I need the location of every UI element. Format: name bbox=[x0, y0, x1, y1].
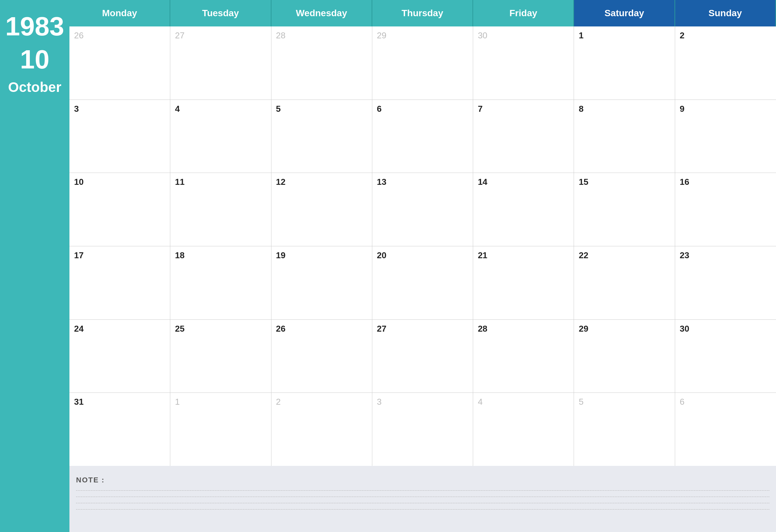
day-cell[interactable]: 16 bbox=[675, 173, 776, 246]
day-number: 30 bbox=[680, 324, 690, 334]
week-row-5: 24252627282930 bbox=[69, 320, 776, 393]
day-number: 1 bbox=[579, 30, 583, 40]
day-number: 8 bbox=[579, 104, 583, 114]
day-number: 29 bbox=[579, 324, 588, 334]
day-cell[interactable]: 3 bbox=[69, 100, 170, 173]
day-number: 10 bbox=[74, 177, 84, 187]
day-cell[interactable]: 5 bbox=[271, 100, 372, 173]
day-number: 1 bbox=[175, 397, 180, 407]
day-cell[interactable]: 28 bbox=[271, 26, 372, 100]
month-name-label: October bbox=[8, 79, 61, 95]
day-cell[interactable]: 21 bbox=[473, 246, 574, 319]
day-number: 28 bbox=[478, 324, 488, 334]
note-line-1 bbox=[76, 490, 769, 491]
month-number-label: 10 bbox=[20, 46, 50, 73]
day-cell[interactable]: 31 bbox=[69, 393, 170, 466]
day-number: 4 bbox=[478, 397, 482, 407]
day-cell[interactable]: 28 bbox=[473, 320, 574, 393]
day-number: 20 bbox=[377, 250, 387, 260]
day-cell[interactable]: 1 bbox=[574, 26, 675, 100]
day-cell[interactable]: 9 bbox=[675, 100, 776, 173]
day-cell[interactable]: 4 bbox=[473, 393, 574, 466]
day-number: 3 bbox=[74, 104, 79, 114]
day-cell[interactable]: 13 bbox=[372, 173, 473, 246]
day-number: 11 bbox=[175, 177, 185, 187]
day-number: 25 bbox=[175, 324, 185, 334]
day-number: 15 bbox=[579, 177, 588, 187]
day-cell[interactable]: 2 bbox=[271, 393, 372, 466]
day-number: 6 bbox=[680, 397, 685, 407]
day-cell[interactable]: 4 bbox=[170, 100, 271, 173]
day-cell[interactable]: 7 bbox=[473, 100, 574, 173]
day-cell[interactable]: 30 bbox=[675, 320, 776, 393]
day-cell[interactable]: 3 bbox=[372, 393, 473, 466]
day-number: 5 bbox=[579, 397, 583, 407]
day-cell[interactable]: 22 bbox=[574, 246, 675, 319]
day-number: 21 bbox=[478, 250, 488, 260]
year-label: 1983 bbox=[5, 13, 64, 40]
day-cell[interactable]: 20 bbox=[372, 246, 473, 319]
day-cell[interactable]: 29 bbox=[372, 26, 473, 100]
day-cell[interactable]: 27 bbox=[372, 320, 473, 393]
day-cell[interactable]: 5 bbox=[574, 393, 675, 466]
day-number: 26 bbox=[74, 30, 84, 40]
note-line-2 bbox=[76, 497, 769, 497]
day-number: 30 bbox=[478, 30, 488, 40]
day-number: 5 bbox=[276, 104, 281, 114]
day-number: 2 bbox=[276, 397, 281, 407]
day-cell[interactable]: 11 bbox=[170, 173, 271, 246]
day-cell[interactable]: 27 bbox=[170, 26, 271, 100]
day-cell[interactable]: 10 bbox=[69, 173, 170, 246]
day-cell[interactable]: 6 bbox=[372, 100, 473, 173]
day-cell[interactable]: 8 bbox=[574, 100, 675, 173]
week-row-6: 31123456 bbox=[69, 393, 776, 466]
day-cell[interactable]: 14 bbox=[473, 173, 574, 246]
day-number: 13 bbox=[377, 177, 387, 187]
day-cell[interactable]: 6 bbox=[675, 393, 776, 466]
day-cell[interactable]: 18 bbox=[170, 246, 271, 319]
day-cell[interactable]: 15 bbox=[574, 173, 675, 246]
header-wednesday: Wednesday bbox=[271, 0, 372, 26]
day-cell[interactable]: 24 bbox=[69, 320, 170, 393]
day-number: 24 bbox=[74, 324, 84, 334]
day-cell[interactable]: 26 bbox=[69, 26, 170, 100]
notes-section: NOTE : bbox=[69, 466, 776, 532]
week-row-1: 262728293012 bbox=[69, 26, 776, 100]
day-number: 7 bbox=[478, 104, 482, 114]
day-number: 18 bbox=[175, 250, 185, 260]
day-cell[interactable]: 1 bbox=[170, 393, 271, 466]
note-line-4 bbox=[76, 509, 769, 510]
calendar-weeks: 2627282930123456789101112131415161718192… bbox=[69, 26, 776, 466]
header-saturday: Saturday bbox=[574, 0, 675, 26]
day-cell[interactable]: 2 bbox=[675, 26, 776, 100]
day-cell[interactable]: 25 bbox=[170, 320, 271, 393]
day-number: 6 bbox=[377, 104, 382, 114]
day-number: 29 bbox=[377, 30, 387, 40]
day-number: 19 bbox=[276, 250, 286, 260]
week-row-4: 17181920212223 bbox=[69, 246, 776, 320]
day-headers-row: Monday Tuesday Wednesday Thursday Friday… bbox=[69, 0, 776, 26]
day-cell[interactable]: 29 bbox=[574, 320, 675, 393]
day-number: 16 bbox=[680, 177, 690, 187]
day-number: 22 bbox=[579, 250, 588, 260]
day-number: 3 bbox=[377, 397, 382, 407]
day-cell[interactable]: 12 bbox=[271, 173, 372, 246]
day-cell[interactable]: 19 bbox=[271, 246, 372, 319]
calendar-sidebar: 1983 10 October bbox=[0, 0, 69, 532]
week-row-3: 10111213141516 bbox=[69, 173, 776, 246]
day-number: 31 bbox=[74, 397, 84, 407]
header-friday: Friday bbox=[473, 0, 574, 26]
day-number: 14 bbox=[478, 177, 488, 187]
calendar-grid: Monday Tuesday Wednesday Thursday Friday… bbox=[69, 0, 776, 466]
day-cell[interactable]: 23 bbox=[675, 246, 776, 319]
header-thursday: Thursday bbox=[372, 0, 473, 26]
week-row-2: 3456789 bbox=[69, 100, 776, 173]
day-cell[interactable]: 26 bbox=[271, 320, 372, 393]
day-number: 2 bbox=[680, 30, 685, 40]
day-cell[interactable]: 30 bbox=[473, 26, 574, 100]
day-number: 26 bbox=[276, 324, 286, 334]
note-label: NOTE : bbox=[76, 476, 769, 484]
day-cell[interactable]: 17 bbox=[69, 246, 170, 319]
header-monday: Monday bbox=[69, 0, 170, 26]
day-number: 4 bbox=[175, 104, 180, 114]
